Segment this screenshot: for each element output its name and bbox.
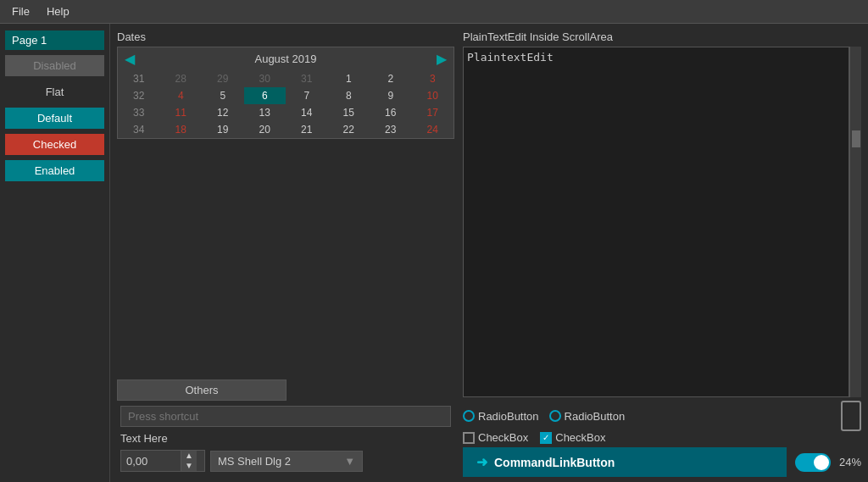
cal-day[interactable]: 14 (286, 104, 328, 121)
cal-day[interactable]: 1 (328, 70, 370, 87)
cmd-arrow-icon: ➜ (476, 454, 487, 470)
week-num-34: 34 (118, 121, 160, 138)
cal-row-4: 34 18 19 20 21 22 23 24 (118, 121, 453, 138)
week-num-31: 31 (118, 70, 160, 87)
cal-day[interactable]: 18 (160, 121, 203, 138)
checkbox-checked-2: ✓ (540, 432, 552, 444)
cmd-link-button[interactable]: ➜ CommandLinkButton (463, 447, 787, 477)
cal-row-2: 32 4 5 6 7 8 9 10 (118, 87, 453, 104)
sidebar-page1[interactable]: Page 1 (5, 30, 104, 50)
others-section: Others Text Here ▲ ▼ (117, 380, 454, 477)
radio-circle-2 (549, 410, 561, 422)
radio-label-2: RadioButton (565, 410, 626, 423)
cal-day[interactable]: 8 (328, 87, 370, 104)
sidebar: Page 1 Disabled Flat Default Checked Ena… (0, 24, 110, 482)
scrollbar[interactable] (849, 47, 861, 397)
spinbox-up[interactable]: ▲ (181, 451, 197, 461)
btn-enabled[interactable]: Enabled (5, 160, 104, 181)
spinbox-buttons: ▲ ▼ (181, 451, 197, 471)
progress-text: 24% (839, 456, 861, 468)
cal-day[interactable]: 15 (328, 104, 370, 121)
cal-day[interactable]: 24 (412, 121, 454, 138)
calendar-label: Dates (117, 30, 454, 43)
cal-day[interactable]: 17 (412, 104, 454, 121)
combo-box[interactable]: MS Shell Dlg 2 ▼ (210, 451, 363, 472)
others-content: Text Here ▲ ▼ MS Shell Dlg 2 (117, 401, 454, 477)
toggle-knob (814, 455, 829, 470)
cal-day[interactable]: 31 (286, 70, 328, 87)
cal-month: August 2019 (254, 53, 316, 65)
bottom-row-inputs: ▲ ▼ MS Shell Dlg 2 ▼ (120, 450, 451, 472)
radio-checkbox-row: RadioButton RadioButton (463, 401, 861, 431)
cal-day[interactable]: 21 (286, 121, 328, 138)
checkbox-box-1 (463, 432, 475, 444)
cal-day[interactable]: 5 (202, 87, 244, 104)
cal-day[interactable]: 20 (244, 121, 287, 138)
menubar: File Help (0, 0, 868, 24)
others-header: Others (117, 380, 287, 401)
menu-help[interactable]: Help (38, 3, 78, 19)
radio-button-1[interactable]: RadioButton (463, 410, 539, 423)
week-num-32: 32 (118, 87, 160, 104)
cal-day[interactable]: 11 (160, 104, 203, 121)
spinbox-down[interactable]: ▼ (181, 461, 197, 471)
cal-day[interactable]: 19 (202, 121, 244, 138)
cal-day[interactable]: 29 (202, 70, 244, 87)
cal-day[interactable]: 16 (370, 104, 412, 121)
btn-flat[interactable]: Flat (5, 81, 104, 102)
cal-day[interactable]: 9 (370, 87, 412, 104)
cal-day[interactable]: 30 (244, 70, 287, 87)
left-column: Dates ◀ August 2019 ▶ (117, 30, 454, 477)
cal-day[interactable]: 12 (202, 104, 244, 121)
cal-day[interactable]: 7 (286, 87, 328, 104)
cal-day[interactable]: 13 (244, 104, 287, 121)
main-layout: Page 1 Disabled Flat Default Checked Ena… (0, 24, 868, 482)
spinbox-input[interactable] (121, 452, 181, 471)
cal-day[interactable]: 3 (412, 70, 454, 87)
checkbox-label-1: CheckBox (478, 431, 528, 444)
combo-arrow-icon: ▼ (344, 455, 355, 468)
btn-checked[interactable]: Checked (5, 134, 104, 155)
cmd-row: ➜ CommandLinkButton 24% (463, 447, 861, 477)
checkbox-label-2: CheckBox (555, 431, 605, 444)
calendar-grid: 31 28 29 30 31 1 2 3 (118, 70, 453, 138)
cal-day-selected[interactable]: 6 (244, 87, 287, 104)
calendar: ◀ August 2019 ▶ 31 28 (117, 47, 454, 139)
btn-disabled: Disabled (5, 55, 104, 76)
week-num-33: 33 (118, 104, 160, 121)
combo-value: MS Shell Dlg 2 (218, 455, 291, 468)
radio-button-2[interactable]: RadioButton (549, 410, 626, 423)
cmd-link-label: CommandLinkButton (494, 456, 615, 469)
cal-day[interactable]: 10 (412, 87, 454, 104)
cal-prev-btn[interactable]: ◀ (125, 51, 135, 67)
content: Dates ◀ August 2019 ▶ (110, 24, 868, 482)
checkbox-2[interactable]: ✓ CheckBox (540, 431, 605, 444)
shortcut-input[interactable] (120, 406, 451, 427)
plaintextedit-wrapper: PlaintextEdit (463, 47, 861, 397)
btn-default[interactable]: Default (5, 108, 104, 129)
radio-label-1: RadioButton (478, 410, 539, 423)
calendar-section: Dates ◀ August 2019 ▶ (117, 30, 454, 369)
top-row: Dates ◀ August 2019 ▶ (117, 30, 861, 477)
menu-file[interactable]: File (3, 3, 38, 19)
cal-next-btn[interactable]: ▶ (437, 51, 447, 67)
checkbox-1[interactable]: CheckBox (463, 431, 528, 444)
cal-day[interactable]: 22 (328, 121, 370, 138)
plaintextedit-label: PlainTextEdit Inside ScrollArea (463, 30, 861, 43)
cal-row-1: 31 28 29 30 31 1 2 3 (118, 70, 453, 87)
cal-day[interactable]: 4 (160, 87, 203, 104)
cal-day[interactable]: 28 (160, 70, 203, 87)
radio-circle-1 (463, 410, 475, 422)
text-here-label: Text Here (120, 430, 451, 446)
plaintextedit-textarea[interactable]: PlaintextEdit (463, 47, 849, 397)
right-panel: PlainTextEdit Inside ScrollArea Plaintex… (463, 30, 861, 477)
checkbox-row: CheckBox ✓ CheckBox (463, 431, 861, 444)
cal-day[interactable]: 2 (370, 70, 412, 87)
spinbox[interactable]: ▲ ▼ (120, 450, 205, 472)
phone-icon (841, 401, 861, 431)
cal-row-3: 33 11 12 13 14 15 16 17 (118, 104, 453, 121)
cal-day[interactable]: 23 (370, 121, 412, 138)
calendar-header: ◀ August 2019 ▶ (118, 47, 453, 70)
toggle-switch[interactable] (795, 453, 831, 472)
